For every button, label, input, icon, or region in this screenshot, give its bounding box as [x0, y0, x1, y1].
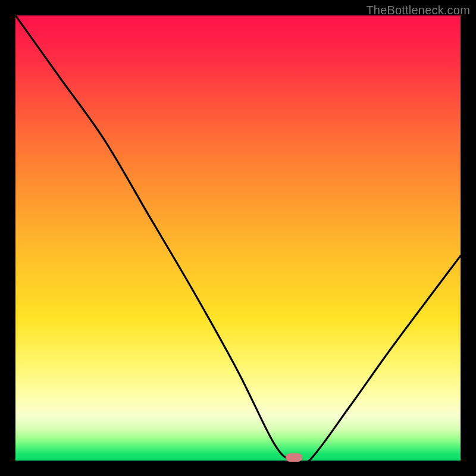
chart-frame: TheBottleneck.com [0, 0, 476, 476]
curve-path [15, 15, 461, 461]
plot-area [15, 15, 461, 461]
bottleneck-curve [15, 15, 461, 461]
optimum-marker [286, 453, 302, 462]
